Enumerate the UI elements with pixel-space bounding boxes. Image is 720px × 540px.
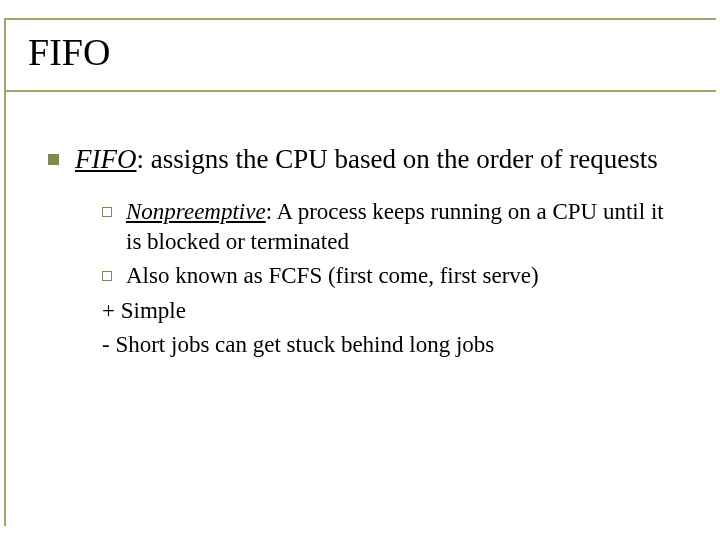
hollow-square-bullet-icon [102,207,112,217]
level2-text: Also known as FCFS (first come, first se… [126,261,684,291]
slide-content: FIFO: assigns the CPU based on the order… [26,112,694,360]
definition-text: : assigns the CPU based on the order of … [136,144,657,174]
title-underline [4,90,716,92]
hollow-square-bullet-icon [102,271,112,281]
bullet-level2: Nonpreemptive: A process keeps running o… [102,197,684,258]
bullet-level2: Also known as FCFS (first come, first se… [102,261,684,291]
minus-line: - Short jobs can get stuck behind long j… [102,330,684,360]
bullet-level1: FIFO: assigns the CPU based on the order… [48,142,684,177]
slide: FIFO FIFO: assigns the CPU based on the … [0,0,720,540]
level1-text: FIFO: assigns the CPU based on the order… [75,142,684,177]
slide-title: FIFO [26,22,694,74]
level2-text: Nonpreemptive: A process keeps running o… [126,197,684,258]
term-nonpreemptive: Nonpreemptive [126,199,266,224]
plus-line: + Simple [102,296,684,326]
square-bullet-icon [48,154,59,165]
term-fifo: FIFO [75,144,136,174]
level2-group: Nonpreemptive: A process keeps running o… [48,197,684,361]
